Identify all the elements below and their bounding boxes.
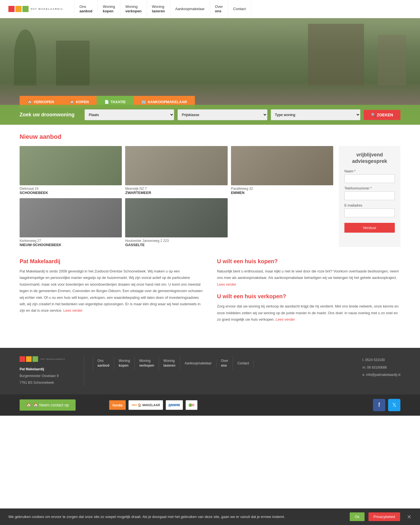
footer-address: Pat Makelaardij Burgemeester Osselaan 9 … — [20, 366, 76, 386]
house-icon-2: 🏠 — [70, 100, 74, 104]
hero: 🏠 VERKOPEN 🏠 KOPEN 📄 TAXATIE 🏢 AANKOOPMA… — [0, 18, 420, 125]
naam-input[interactable] — [344, 174, 395, 183]
footer-mobile: m. 06 83160688 — [362, 364, 400, 371]
nwwi-logo: |||NWWI — [166, 400, 183, 410]
social-icons: f 𝕏 — [373, 399, 400, 411]
footer-nav-taxeren[interactable]: Woning taxeren — [159, 356, 180, 370]
nav-aanbod-bold: aanbod — [80, 9, 92, 13]
footer-nav-verkopen[interactable]: Woning verkopen — [135, 356, 159, 370]
nav-taxeren-bold: taxeren — [152, 9, 165, 13]
about-text: Pat Makelaardij is sinds 2009 gevestigd … — [20, 268, 203, 314]
hero-tab-taxatie-label: TAXATIE — [111, 100, 126, 104]
footer-nav-contact[interactable]: Contact — [233, 359, 254, 367]
footer-bottom: 🏠 🏠 Neem contact op funda VBO 🏠 MAKELAAR… — [0, 394, 420, 416]
listing-city-4: NIEUW-SCHOONEBEEK — [20, 243, 122, 247]
tax-logo: 🟢C — [186, 400, 197, 410]
footer-company: Pat Makelaardij — [20, 366, 76, 373]
listings-grid: Diekmaat 24 SCHOONEBEEK Meerwijk NZ 7 ZW… — [20, 146, 333, 247]
footer-nav-over[interactable]: Over ons — [216, 356, 233, 370]
house-icon-btn: 🏠 — [26, 403, 31, 407]
sell-title: U wilt een huis verkopen? — [217, 293, 400, 300]
buy-text: Natuurlijk bent u enthousiast, maar kijk… — [217, 268, 400, 288]
sell-text: Zorg ervoor dat uw woning bij verkoop de… — [217, 303, 400, 323]
tel-label: Telefoonnummer * — [344, 186, 395, 190]
footer-logo-block: PAT MAKELAARDIJ Pat Makelaardij Burgemee… — [20, 356, 76, 386]
form-title: vrijblijvend adviesgesprek — [344, 152, 395, 165]
footer-divider — [84, 356, 84, 386]
advice-form: vrijblijvend adviesgesprek Naam * Telefo… — [339, 146, 400, 247]
listing-img-3 — [231, 146, 333, 185]
nav-kopen[interactable]: Woning kopen — [98, 0, 120, 19]
listing-empty — [231, 198, 333, 247]
nav-kopen-label: Woning — [103, 4, 115, 9]
house-icon-1: 🏠 — [27, 100, 32, 104]
footer-logo-text: PAT MAKELAARDIJ — [41, 358, 65, 360]
listing-img-1 — [20, 146, 122, 185]
nav-kopen-bold: kopen — [103, 9, 115, 13]
text-sections: Pat Makelaardij Pat Makelaardij is sinds… — [20, 258, 400, 323]
nav-aankoopmakelaar-label: Aankoopmakelaar — [175, 7, 205, 11]
footer-phone: t. 0524 531030 — [362, 356, 400, 364]
about-title: Pat Makelaardij — [20, 258, 203, 265]
list-item[interactable]: Meerwijk NZ 7 ZWARTEMEER — [125, 146, 227, 195]
logo-orange-square — [15, 6, 22, 12]
sell-read-more[interactable]: Lees verder — [276, 317, 295, 322]
main-nav: Ons aanbod Woning kopen Woning verkopen … — [74, 0, 251, 19]
main-content: Nieuw aanbod Diekmaat 24 SCHOONEBEEK Mee… — [0, 125, 420, 331]
footer-postal: 7761 BS Schoonebeek — [20, 381, 54, 385]
form-group-tel: Telefoonnummer * — [344, 186, 395, 200]
about-read-more[interactable]: Lees verder — [63, 308, 83, 313]
listing-city-2: ZWARTEMEER — [125, 191, 227, 195]
contact-btn[interactable]: 🏠 🏠 Neem contact op — [20, 399, 76, 411]
facebook-icon[interactable]: f — [373, 399, 385, 411]
form-submit[interactable]: Verstuur — [344, 223, 395, 233]
email-label: E-mailadres — [344, 203, 395, 207]
form-group-naam: Naam * — [344, 169, 395, 183]
listing-address-4: Kerkenweg 27 — [20, 239, 122, 243]
twitter-icon[interactable]: 𝕏 — [388, 399, 400, 411]
search-button[interactable]: 🔍 ZOEKEN — [364, 110, 400, 120]
search-title: Zoek uw droomwoning — [20, 112, 81, 118]
nav-verkopen[interactable]: Woning verkopen — [120, 0, 147, 19]
list-item[interactable]: Diekmaat 24 SCHOONEBEEK — [20, 146, 122, 195]
hero-tab-aankoopmakelaar-label: AANKOOPMAKELAAR — [148, 100, 187, 104]
type-select[interactable]: Type woning — [271, 109, 360, 120]
vbo-logo: VBO 🏠 MAKELAAR — [129, 400, 163, 410]
footer-logo-red — [20, 356, 25, 362]
nav-aanbod-label: Ons — [80, 4, 92, 9]
list-item[interactable]: Houtvester Jansenweg 2 223 GASSELTE — [125, 198, 227, 247]
nav-over-bold: ons — [215, 9, 223, 13]
email-input[interactable] — [344, 209, 395, 217]
footer-nav-kopen[interactable]: Woning kopen — [114, 356, 135, 370]
listing-address-3: Parallelweg 32 — [231, 187, 333, 191]
buy-read-more[interactable]: Lees verder — [217, 282, 236, 286]
listing-img-5 — [125, 198, 227, 237]
funda-logo: funda — [109, 400, 126, 410]
nav-verkopen-bold: verkopen — [125, 9, 142, 13]
list-item[interactable]: Kerkenweg 27 NIEUW-SCHOONEBEEK — [20, 198, 122, 247]
tel-input[interactable] — [344, 191, 395, 200]
footer-email-link[interactable]: e. info@patmakelaardij.nl — [362, 373, 400, 377]
list-item[interactable]: Parallelweg 32 EMMEN — [231, 146, 333, 195]
nav-taxeren[interactable]: Woning taxeren — [147, 0, 170, 19]
logo-text: PAT MAKELAARDIJ — [31, 8, 63, 10]
place-select[interactable]: Plaats — [85, 109, 174, 120]
contact-btn-label: 🏠 Neem contact op — [33, 403, 69, 407]
footer-nav-aanbod[interactable]: Ons aanbod — [93, 356, 114, 370]
nav-contact[interactable]: Contact — [228, 1, 251, 17]
footer-logo-green — [32, 356, 38, 362]
footer-contact-info: t. 0524 531030 m. 06 83160688 e. info@pa… — [362, 356, 400, 378]
footer-nav-aankoopmakelaar[interactable]: Aankoopmakelaar — [180, 359, 216, 367]
price-select[interactable]: Prijsklasse — [178, 109, 267, 120]
nav-aankoopmakelaar[interactable]: Aankoopmakelaar — [170, 1, 210, 17]
nav-over[interactable]: Over ons — [210, 0, 228, 19]
nav-taxeren-label: Woning — [152, 4, 165, 9]
building-icon: 🏢 — [141, 100, 146, 104]
listing-city-1: SCHOONEBEEK — [20, 191, 122, 195]
footer-logo-orange — [26, 356, 32, 362]
hero-tab-verkopen-label: VERKOPEN — [34, 100, 54, 104]
footer: PAT MAKELAARDIJ Pat Makelaardij Burgemee… — [0, 348, 420, 394]
nav-aanbod[interactable]: Ons aanbod — [74, 0, 98, 19]
hero-search: Zoek uw droomwoning Plaats Prijsklasse T… — [0, 105, 420, 125]
buy-title: U wilt een huis kopen? — [217, 258, 400, 265]
